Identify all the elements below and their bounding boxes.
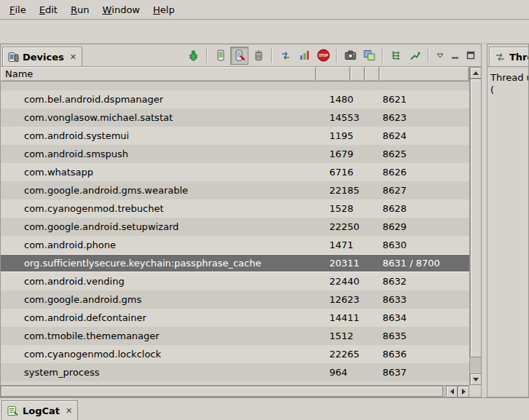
process-name: org.sufficientlysecure.keychain:passphra… xyxy=(1,258,316,269)
column-header-4[interactable] xyxy=(380,67,469,81)
menu-run[interactable]: Run xyxy=(64,0,96,19)
cause-gc-icon[interactable] xyxy=(249,47,267,65)
process-pid: 22440 xyxy=(316,276,350,287)
process-port: 8635 xyxy=(380,330,469,341)
process-row[interactable]: system_process9648637 xyxy=(1,363,469,381)
process-row[interactable]: com.vonglasow.michael.satstat145538623 xyxy=(1,108,469,127)
scroll-left-button[interactable] xyxy=(446,386,458,397)
devices-table-area: Name com.bel.android.dspmanager14808621c… xyxy=(1,67,481,397)
panel-sash[interactable] xyxy=(482,44,487,397)
process-row[interactable]: com.google.android.gms126238633 xyxy=(1,290,469,309)
devices-tab-label: Devices xyxy=(23,52,64,63)
devices-tabbar: Devices ✕ STOP xyxy=(1,44,481,67)
process-name: com.vonglasow.michael.satstat xyxy=(1,112,316,123)
process-port: 8624 xyxy=(380,130,469,141)
process-port: 8626 xyxy=(380,167,469,178)
process-row[interactable]: com.whatsapp67168626 xyxy=(1,163,469,181)
maximize-icon[interactable] xyxy=(463,48,478,63)
process-pid: 1480 xyxy=(316,94,350,105)
process-name: com.google.android.gms xyxy=(1,294,316,305)
process-pid: 1195 xyxy=(316,130,350,141)
tree-capture-icon[interactable] xyxy=(406,47,424,65)
process-name: com.whatsapp xyxy=(1,167,316,178)
process-pid: 12623 xyxy=(316,294,350,305)
view-menu-icon[interactable] xyxy=(433,48,447,63)
tab-threads[interactable]: Threads ✕ xyxy=(489,47,529,66)
process-port: 8629 xyxy=(380,221,469,232)
left-arrow-icon xyxy=(450,389,454,395)
menu-help[interactable]: Help xyxy=(146,0,181,19)
process-row[interactable]: com.bel.android.dspmanager14808621 xyxy=(1,90,469,108)
process-pid: 6716 xyxy=(316,167,350,178)
devices-panel: Devices ✕ STOP Name com.bel.android.dspm… xyxy=(0,44,482,397)
tab-devices[interactable]: Devices ✕ xyxy=(2,47,82,66)
up-arrow-icon xyxy=(473,71,479,75)
process-row[interactable]: com.android.systemui11958624 xyxy=(1,127,469,145)
menu-edit[interactable]: Edit xyxy=(33,0,64,19)
toolbar-separator xyxy=(428,48,429,63)
tab-logcat[interactable]: LogCat ✕ xyxy=(1,400,78,420)
update-heap-icon[interactable] xyxy=(211,47,230,65)
process-name: com.google.android.gms.wearable xyxy=(1,185,316,196)
scroll-right-button[interactable] xyxy=(458,386,469,397)
process-port: 8633 xyxy=(380,294,469,305)
dump-hprof-icon[interactable] xyxy=(230,47,248,65)
process-row[interactable]: com.google.android.setupwizard222508629 xyxy=(1,218,469,236)
process-row[interactable]: com.cyanogenmod.lockclock222658636 xyxy=(1,345,469,363)
logcat-bar: LogCat ✕ xyxy=(0,397,529,420)
debug-process-icon[interactable] xyxy=(184,47,203,65)
threads-tabbar: Threads ✕ xyxy=(487,44,528,67)
column-header-2[interactable] xyxy=(350,67,365,81)
h-scrollbar-trough[interactable] xyxy=(1,386,446,397)
horizontal-scrollbar[interactable] xyxy=(1,385,469,397)
main-toolbar-empty xyxy=(0,20,529,44)
scroll-up-button[interactable] xyxy=(470,67,482,79)
process-port: 8631 / 8700 xyxy=(380,258,469,269)
ui-hierarchy-icon[interactable] xyxy=(360,47,378,65)
process-name: com.bel.android.dspmanager xyxy=(1,94,316,105)
ddms-window: FileEditRunWindowHelp Devices ✕ STOP Nam… xyxy=(0,0,529,420)
h-scrollbar-thumb[interactable] xyxy=(1,386,443,397)
process-pid: 22265 xyxy=(316,349,350,360)
process-row[interactable]: org.sufficientlysecure.keychain:passphra… xyxy=(1,254,469,272)
scroll-down-button[interactable] xyxy=(470,373,482,385)
column-header-name[interactable]: Name xyxy=(1,67,316,81)
stop-process-icon[interactable]: STOP xyxy=(314,47,332,65)
screen-capture-icon[interactable] xyxy=(341,47,359,65)
process-row[interactable]: com.google.android.gms.wearable221858627 xyxy=(1,181,469,199)
process-pid: 1679 xyxy=(316,148,350,159)
process-name: com.android.systemui xyxy=(1,130,316,141)
minimize-icon[interactable] xyxy=(448,48,463,63)
process-row[interactable]: com.android.defcontainer144118634 xyxy=(1,309,469,327)
process-port: 8627 xyxy=(380,185,469,196)
down-arrow-icon xyxy=(473,378,479,381)
v-scrollbar-trough[interactable] xyxy=(470,79,481,373)
column-header-1[interactable] xyxy=(316,67,350,81)
logcat-tab-close-icon[interactable]: ✕ xyxy=(66,406,72,416)
menu-window[interactable]: Window xyxy=(95,0,146,19)
method-profiling-icon[interactable] xyxy=(295,47,313,65)
process-pid: 964 xyxy=(316,367,350,378)
toolbar-separator xyxy=(206,48,208,63)
devices-table: Name com.bel.android.dspmanager14808621c… xyxy=(1,67,469,397)
vertical-scrollbar[interactable] xyxy=(469,67,481,385)
process-pid: 20311 xyxy=(316,258,350,269)
devices-tab-close-icon[interactable]: ✕ xyxy=(70,52,77,62)
process-row[interactable]: com.android.phone14718630 xyxy=(1,236,469,254)
process-name: com.tmobile.thememanager xyxy=(1,330,316,341)
update-threads-icon[interactable] xyxy=(276,47,294,65)
process-row[interactable]: com.tmobile.thememanager15128635 xyxy=(1,327,469,345)
column-header-3[interactable] xyxy=(365,67,380,81)
menu-file[interactable]: File xyxy=(3,0,33,19)
process-row[interactable]: com.cyanogenmod.trebuchet15288628 xyxy=(1,199,469,218)
v-scrollbar-thumb[interactable] xyxy=(470,79,482,357)
process-row[interactable]: com.android.smspush16798625 xyxy=(1,145,469,163)
process-pid: 1471 xyxy=(316,239,350,250)
process-name: com.cyanogenmod.lockclock xyxy=(1,349,316,360)
process-port: 8628 xyxy=(380,203,469,214)
process-port: 8637 xyxy=(380,367,469,378)
process-port: 8632 xyxy=(380,276,469,287)
process-row[interactable]: com.android.vending224408632 xyxy=(1,272,469,290)
tree-overview-icon[interactable] xyxy=(387,47,405,65)
svg-text:STOP: STOP xyxy=(318,54,327,58)
